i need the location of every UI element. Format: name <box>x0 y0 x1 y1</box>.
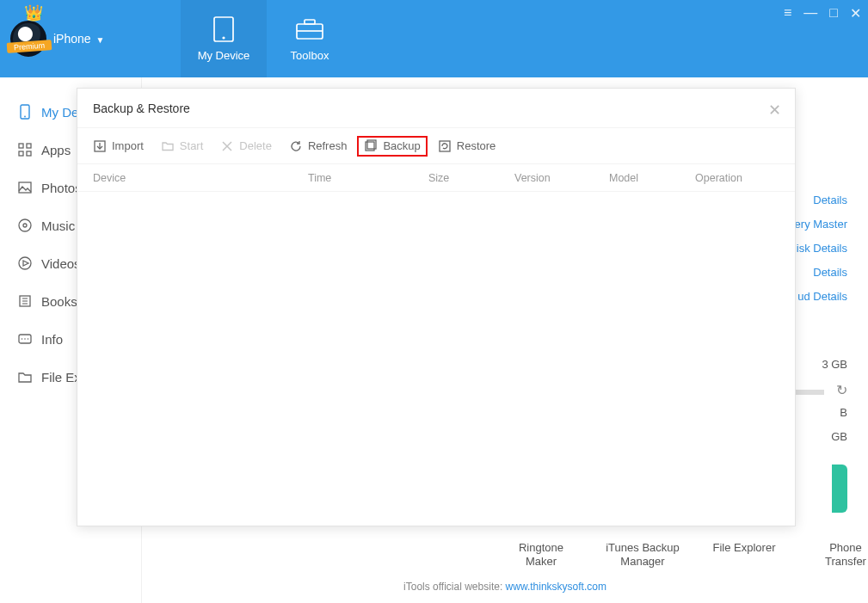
sidebar-item-label: Info <box>41 332 63 347</box>
modal-toolbar: Import Start Delete Refresh Backup Resto… <box>77 128 795 164</box>
svg-point-1 <box>222 36 225 39</box>
tab-toolbox[interactable]: Toolbox <box>267 0 353 77</box>
device-selector[interactable]: iPhone ▼ <box>53 32 104 46</box>
tab-label: My Device <box>198 49 250 62</box>
refresh-button[interactable]: Refresh <box>282 136 354 157</box>
apps-icon <box>17 142 33 157</box>
svg-point-13 <box>23 224 27 227</box>
detail-links: Details ery Master isk Details Details u… <box>795 194 847 314</box>
svg-rect-3 <box>305 20 315 24</box>
sidebar-item-label: Photos <box>41 181 82 195</box>
detail-link[interactable]: ud Details <box>795 290 847 314</box>
detail-link[interactable]: Details <box>795 266 847 290</box>
tool-file-explorer[interactable]: File Explorer <box>706 541 782 569</box>
device-icon <box>17 104 33 120</box>
info-icon <box>17 331 33 347</box>
crown-icon: 👑 <box>24 3 43 22</box>
import-icon <box>93 139 107 153</box>
svg-point-21 <box>22 338 23 340</box>
green-action-button[interactable] <box>832 465 847 513</box>
button-label: Delete <box>239 139 272 152</box>
tablet-icon <box>207 16 240 42</box>
logo-area: 👑 Premium iPhone ▼ <box>0 0 181 77</box>
tool-phone-transfer[interactable]: Phone Transfer <box>808 541 868 569</box>
svg-point-22 <box>24 338 26 340</box>
col-device: Device <box>93 172 308 184</box>
backup-icon <box>364 139 378 153</box>
button-label: Restore <box>457 139 496 152</box>
sidebar-item-label: File Ex <box>41 370 81 385</box>
book-icon <box>17 293 33 309</box>
modal-header: Backup & Restore ✕ <box>77 89 795 128</box>
footer-link[interactable]: www.thinkskysoft.com <box>506 581 606 593</box>
svg-point-23 <box>28 338 29 340</box>
chevron-down-icon: ▼ <box>95 35 104 45</box>
tool-ringtone-maker[interactable]: Ringtone Maker <box>503 541 579 569</box>
close-button[interactable]: ✕ <box>850 5 861 22</box>
device-label: iPhone <box>53 32 91 46</box>
footer-text: iTools official website: <box>403 581 506 593</box>
start-button[interactable]: Start <box>154 136 210 157</box>
minimize-button[interactable]: — <box>803 5 817 22</box>
sidebar-item-label: Music <box>41 218 75 233</box>
backup-restore-modal: Backup & Restore ✕ Import Start Delete R… <box>77 88 796 526</box>
svg-point-12 <box>19 219 31 231</box>
svg-rect-7 <box>19 144 23 148</box>
sidebar-item-label: Apps <box>41 143 71 157</box>
toolbox-icon <box>293 16 326 42</box>
svg-point-6 <box>24 116 26 118</box>
svg-rect-11 <box>19 182 31 193</box>
restore-icon <box>438 139 452 153</box>
footer: iTools official website: www.thinkskysof… <box>142 581 868 593</box>
table-header: Device Time Size Version Model Operation <box>77 164 795 192</box>
refresh-icon <box>289 139 303 153</box>
main-tabs: My Device Toolbox <box>181 0 353 77</box>
svg-rect-10 <box>27 151 31 156</box>
tool-shortcuts: Ringtone Maker iTunes Backup Manager Fil… <box>503 541 868 569</box>
col-size: Size <box>428 172 514 184</box>
detail-link[interactable]: ery Master <box>795 218 847 242</box>
modal-title: Backup & Restore <box>93 102 190 115</box>
button-label: Refresh <box>308 139 348 152</box>
svg-rect-9 <box>19 151 23 156</box>
sidebar-item-label: Books <box>41 294 77 309</box>
detail-link[interactable]: Details <box>795 194 847 218</box>
col-version: Version <box>514 172 609 184</box>
button-label: Start <box>180 139 203 152</box>
col-operation: Operation <box>695 172 764 184</box>
refresh-icon[interactable]: ↻ <box>836 382 847 398</box>
detail-link[interactable]: isk Details <box>795 242 847 266</box>
folder-icon <box>17 369 33 385</box>
menu-button[interactable]: ≡ <box>784 5 791 22</box>
col-model: Model <box>609 172 695 184</box>
tool-itunes-backup[interactable]: iTunes Backup Manager <box>605 541 680 569</box>
import-button[interactable]: Import <box>86 136 151 157</box>
sidebar-item-label: My De <box>41 105 78 120</box>
delete-icon <box>220 139 234 153</box>
music-icon <box>17 218 33 233</box>
sidebar-item-label: Videos <box>41 256 81 271</box>
backup-button[interactable]: Backup <box>357 136 427 157</box>
svg-marker-15 <box>23 261 28 266</box>
tab-label: Toolbox <box>291 49 329 62</box>
maximize-button[interactable]: □ <box>829 5 838 22</box>
folder-icon <box>161 139 175 153</box>
app-header: 👑 Premium iPhone ▼ My Device Toolbox ≡ —… <box>0 0 868 77</box>
window-controls: ≡ — □ ✕ <box>784 5 861 22</box>
delete-button[interactable]: Delete <box>213 136 279 157</box>
photo-icon <box>17 180 33 195</box>
col-time: Time <box>308 172 428 184</box>
modal-close-button[interactable]: ✕ <box>768 101 781 120</box>
button-label: Backup <box>383 139 420 152</box>
premium-badge: Premium <box>7 40 52 53</box>
button-label: Import <box>112 139 144 152</box>
tab-my-device[interactable]: My Device <box>181 0 267 77</box>
svg-rect-30 <box>440 141 450 151</box>
svg-rect-8 <box>27 144 31 148</box>
restore-button[interactable]: Restore <box>431 136 503 157</box>
video-icon <box>17 255 33 271</box>
